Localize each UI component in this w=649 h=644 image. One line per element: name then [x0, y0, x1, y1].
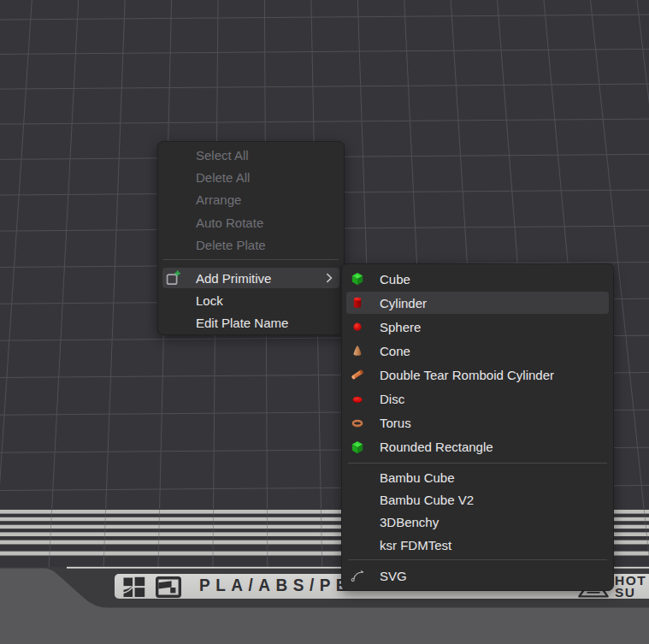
submenu-item-label: Cylinder [380, 296, 427, 310]
menu-item-auto-rotate[interactable]: Auto Rotate [158, 211, 344, 233]
menu-item-lock[interactable]: Lock [158, 289, 344, 311]
add-primitive-submenu: Cube Cylinder Sphere Cone Double Tear Ro… [341, 263, 614, 591]
submenu-arrow-icon [326, 273, 333, 283]
submenu-item-label: Bambu Cube [380, 470, 455, 485]
menu-item-delete-all[interactable]: Delete All [158, 166, 344, 188]
menu-separator [163, 259, 339, 260]
submenu-item-cube[interactable]: Cube [342, 267, 613, 291]
submenu-item-label: 3DBenchy [380, 515, 439, 529]
menu-item-label: Delete Plate [196, 238, 266, 252]
menu-item-arrange[interactable]: Arrange [158, 189, 344, 211]
submenu-item-label: SVG [380, 569, 407, 583]
menu-item-label: Auto Rotate [196, 216, 263, 230]
menu-item-label: Arrange [196, 192, 241, 207]
submenu-item-label: Torus [380, 416, 411, 430]
submenu-item-label: Sphere [380, 320, 421, 334]
menu-item-label: Select All [196, 148, 249, 162]
hot-warning-line2: SU [615, 585, 636, 600]
menu-item-label: Add Primitive [196, 271, 271, 286]
submenu-item-label: Cube [380, 272, 410, 287]
submenu-item-bambu-cube[interactable]: Bambu Cube [342, 467, 613, 489]
plate-brand-icon [156, 576, 181, 598]
submenu-item-label: Disc [380, 392, 404, 406]
bezier-curve-icon [351, 569, 364, 582]
submenu-item-cone[interactable]: Cone [342, 339, 613, 363]
submenu-item-disc[interactable]: Disc [342, 387, 613, 411]
submenu-item-cylinder[interactable]: Cylinder [342, 291, 613, 315]
menu-item-label: Delete All [196, 170, 250, 185]
plate-context-menu: Select All Delete All Arrange Auto Rotat… [157, 141, 345, 335]
menu-item-label: Edit Plate Name [196, 316, 288, 330]
submenu-item-torus[interactable]: Torus [342, 411, 613, 435]
rounded-rectangle-icon [351, 440, 364, 454]
menu-item-delete-plate[interactable]: Delete Plate [158, 234, 344, 257]
slicer-viewport: { "colors": { "viewport-bg": "#36363a", … [0, 0, 649, 644]
torus-icon [351, 417, 364, 430]
submenu-item-bambu-cube-v2[interactable]: Bambu Cube V2 [342, 489, 613, 511]
cube-icon [351, 272, 364, 286]
submenu-item-label: Bambu Cube V2 [380, 493, 474, 507]
submenu-item-3dbenchy[interactable]: 3DBenchy [342, 511, 613, 534]
submenu-separator [348, 463, 607, 464]
menu-item-edit-plate-name[interactable]: Edit Plate Name [158, 311, 344, 334]
cone-icon [351, 344, 364, 357]
submenu-item-label: Cone [380, 344, 410, 358]
add-primitive-icon [165, 269, 182, 287]
sphere-icon [351, 320, 364, 334]
disc-icon [351, 393, 364, 406]
submenu-item-rounded-rectangle[interactable]: Rounded Rectangle [342, 435, 613, 459]
submenu-item-svg[interactable]: SVG [342, 564, 613, 588]
submenu-item-label: Rounded Rectangle [380, 440, 493, 454]
submenu-item-double-tear-romboid-cylinder[interactable]: Double Tear Romboid Cylinder [342, 363, 613, 387]
bambu-logo-icon [123, 576, 145, 598]
menu-item-select-all[interactable]: Select All [158, 144, 344, 166]
submenu-item-label: Double Tear Romboid Cylinder [380, 368, 554, 382]
submenu-separator [348, 559, 607, 560]
submenu-item-sphere[interactable]: Sphere [342, 315, 613, 339]
romboid-cylinder-icon [351, 368, 364, 381]
submenu-item-ksr-fdmtest[interactable]: ksr FDMTest [342, 534, 613, 556]
submenu-item-label: ksr FDMTest [380, 538, 451, 552]
menu-item-add-primitive[interactable]: Add Primitive [158, 267, 344, 289]
cylinder-icon [351, 296, 364, 310]
plate-hot-warning-text: HOT SU [615, 575, 646, 600]
menu-item-label: Lock [196, 293, 223, 308]
